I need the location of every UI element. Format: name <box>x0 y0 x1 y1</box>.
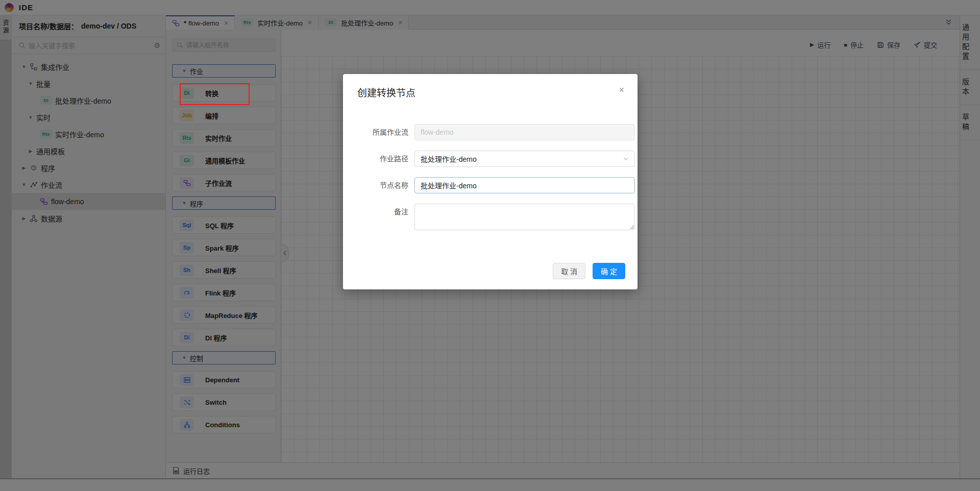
field-label-job-path: 作业路径 <box>343 151 414 167</box>
create-transform-node-dialog: 创建转换节点 × 所属作业流 作业路径 批处理作业-demo <box>343 74 638 289</box>
job-path-select[interactable]: 批处理作业-demo <box>414 151 635 167</box>
dialog-footer: 取 消 确 定 <box>553 263 625 279</box>
dialog-title: 创建转换节点 <box>357 85 415 99</box>
annotation-highlight-box <box>180 83 250 105</box>
cancel-button[interactable]: 取 消 <box>553 263 585 279</box>
node-name-input[interactable] <box>414 177 635 193</box>
field-label-remark: 备注 <box>343 204 414 232</box>
job-path-value: 批处理作业-demo <box>421 154 477 164</box>
field-label-parent-flow: 所属作业流 <box>343 124 414 140</box>
ok-button[interactable]: 确 定 <box>593 263 625 279</box>
ide-window: IDE 资源 项目名称/数据层： demo-dev / ODS ⚙ ▼ <box>0 0 980 491</box>
close-icon[interactable]: × <box>619 85 624 94</box>
remark-textarea[interactable] <box>414 204 635 230</box>
parent-flow-input <box>414 124 635 140</box>
chevron-down-icon <box>623 156 629 162</box>
field-label-node-name: 节点名称 <box>343 177 414 193</box>
dialog-body: 所属作业流 作业路径 批处理作业-demo 节点名称 <box>343 124 638 242</box>
